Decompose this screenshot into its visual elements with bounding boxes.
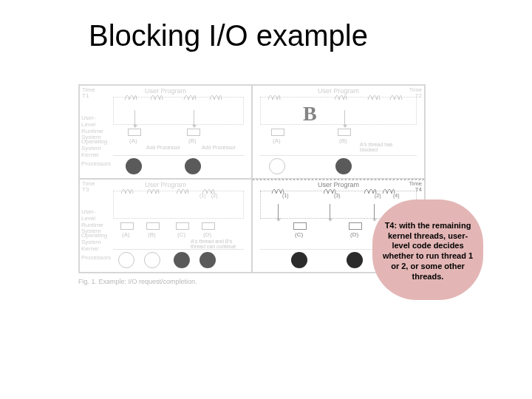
thread-id-3: (3) xyxy=(334,193,341,198)
panel-t2: User Program Time T2 B (A) (B) xyxy=(252,85,425,179)
thread-id-4: (4) xyxy=(393,193,400,198)
thread-coil-icon xyxy=(367,89,381,101)
kernel-thread-box xyxy=(187,129,200,136)
slide-title: Blocking I/O example xyxy=(89,19,368,52)
arrow-down-icon xyxy=(278,204,279,221)
processor-on-icon xyxy=(291,252,307,268)
panel-t1: Time T1 User Program User-Level Runtime … xyxy=(79,85,252,179)
processor-on-icon xyxy=(347,252,363,268)
kernel-thread-box xyxy=(202,222,215,230)
thread-coil-icon xyxy=(209,89,222,101)
dashed-separator xyxy=(253,180,424,180)
processor-off-icon xyxy=(118,252,134,268)
processor-off-icon xyxy=(144,252,160,268)
thread-id-2: (2) xyxy=(211,193,218,198)
processor-line xyxy=(113,155,244,156)
proc-label-b: (B) xyxy=(148,231,156,238)
thread-coil-icon xyxy=(183,89,197,101)
proc-label-c: (C) xyxy=(177,231,185,238)
thread-coil-icon xyxy=(176,183,189,195)
proc-label-a: (A) xyxy=(129,137,137,144)
panel-t3: Time T3 User Program User-Level Runtime … xyxy=(79,179,252,273)
arrow-down-icon xyxy=(330,204,330,221)
thread-coil-icon xyxy=(124,89,137,101)
arrow-down-icon xyxy=(134,110,135,127)
callout-text: T4: with the remaining kernel threads, u… xyxy=(381,221,474,282)
row-label-kernel: Operating System Kernel xyxy=(81,139,106,158)
processor-line xyxy=(113,249,244,250)
row-label-kernel: Operating System Kernel xyxy=(81,233,106,252)
thread-id-1: (1) xyxy=(200,193,206,198)
thread-coil-icon xyxy=(389,89,403,101)
row-label-userlevel: User-Level Runtime System xyxy=(81,209,106,235)
kernel-thread-box xyxy=(293,222,307,230)
thread-coil-icon xyxy=(150,89,163,101)
arrow-down-icon xyxy=(194,110,194,127)
kernel-thread-box xyxy=(271,129,284,136)
processor-on-icon xyxy=(185,158,201,174)
callout-bubble: T4: with the remaining kernel threads, u… xyxy=(372,200,483,300)
proc-label-b: (B) xyxy=(188,137,197,144)
row-label-userlevel: User-Level Runtime System xyxy=(81,115,106,141)
processor-on-icon xyxy=(126,158,142,174)
thread-coil-icon xyxy=(334,89,347,101)
processor-on-icon xyxy=(200,252,216,268)
kernel-thread-box xyxy=(176,222,189,230)
thread-coil-icon xyxy=(146,183,160,195)
kernel-thread-box xyxy=(128,129,141,136)
note-add-processor: Add Processor xyxy=(146,145,180,150)
processor-off-icon xyxy=(269,158,285,174)
row-label-processors: Processors xyxy=(81,161,106,168)
kernel-thread-box xyxy=(349,222,362,230)
processor-line xyxy=(260,155,417,156)
thread-coil-icon xyxy=(120,183,134,195)
kernel-thread-box xyxy=(146,222,160,230)
time-label-t3: Time T3 xyxy=(82,181,95,194)
note-continue: A's thread and B's thread can continue xyxy=(191,239,242,250)
proc-label-a: (A) xyxy=(273,137,281,144)
proc-label-c: (C) xyxy=(295,231,303,238)
row-label-processors: Processors xyxy=(81,255,106,262)
thread-id-1: (1) xyxy=(282,193,289,198)
arrow-down-icon xyxy=(344,110,345,127)
proc-label-d: (D) xyxy=(203,231,211,238)
kernel-thread-box xyxy=(120,222,134,230)
kernel-thread-box xyxy=(338,129,351,136)
proc-label-a: (A) xyxy=(122,231,130,238)
note-add-processor: Add Processor xyxy=(202,145,236,150)
thread-coil-icon xyxy=(267,89,281,101)
figure-caption: Fig. 1. Example: I/O request/completion. xyxy=(78,278,426,285)
note-blocked: A's thread has blocked xyxy=(360,142,404,153)
time-label-t1: Time T1 xyxy=(82,87,95,100)
processor-on-icon xyxy=(174,252,190,268)
processor-on-icon xyxy=(335,158,352,174)
proc-label-b: (B) xyxy=(339,137,347,144)
arrow-down-icon xyxy=(374,204,375,221)
big-b-marker: B xyxy=(303,102,317,126)
thread-id-2: (2) xyxy=(375,193,381,198)
proc-label-d: (D) xyxy=(350,231,358,238)
